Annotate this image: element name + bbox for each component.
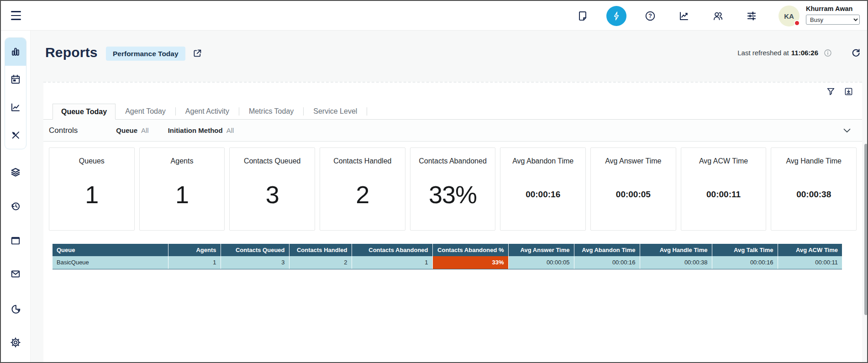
tab-agent-activity[interactable]: Agent Activity <box>176 104 239 119</box>
column-header-contacts-abandoned-pct: Contacts Abandoned % <box>432 244 508 256</box>
avatar-initials: KA <box>784 12 794 20</box>
sidebar-item-layers[interactable] <box>6 163 25 181</box>
history-icon <box>10 200 21 212</box>
sidebar-nav-group <box>5 37 26 149</box>
report-panel: Queue Today Agent Today Agent Activity M… <box>43 82 862 363</box>
design-brush-icon <box>10 129 21 141</box>
kpi-card-value: 00:00:11 <box>706 165 741 230</box>
chevron-down-icon[interactable] <box>842 126 852 136</box>
kpi-card-title: Queues <box>79 157 105 165</box>
sidebar-item-metrics[interactable] <box>5 94 26 121</box>
top-bar: ? KA Khurram Awan Busy <box>1 1 867 31</box>
column-header-contacts-abandoned: Contacts Abandoned <box>352 244 432 256</box>
top-icon-row: ? <box>577 1 758 31</box>
kpi-card-title: Avg ACW Time <box>699 157 748 165</box>
cell-agents: 1 <box>168 256 221 269</box>
kpi-card-queues: Queues 1 <box>49 147 135 231</box>
sidebar-item-settings[interactable] <box>6 333 25 352</box>
kpi-card-title: Contacts Handled <box>333 157 391 165</box>
last-refreshed-label: Last refreshed at <box>737 49 789 57</box>
kpi-card-contacts-abandoned: Contacts Abandoned 33% <box>410 147 496 231</box>
kpi-card-value: 3 <box>266 165 279 230</box>
vertical-scrollbar-thumb[interactable] <box>864 144 868 315</box>
presence-dot <box>794 20 800 26</box>
cell-avg-talk-time: 00:00:16 <box>712 256 778 269</box>
pie-chart-icon <box>10 303 21 315</box>
initiation-method-value: All <box>226 126 234 134</box>
download-icon[interactable] <box>843 86 854 97</box>
app-window: ? KA Khurram Awan Busy <box>0 0 868 363</box>
refresh-icon[interactable] <box>851 47 861 58</box>
hamburger-menu-icon[interactable] <box>11 11 21 20</box>
column-header-agents: Agents <box>168 244 221 256</box>
controls-bar: Controls Queue All Initiation Method All <box>43 120 862 142</box>
tab-metrics-today[interactable]: Metrics Today <box>239 104 303 119</box>
user-name: Khurram Awan <box>806 5 862 12</box>
avatar[interactable]: KA <box>779 5 800 26</box>
panel-toolbar <box>826 86 854 97</box>
help-icon[interactable]: ? <box>644 10 656 22</box>
last-refreshed-row: Last refreshed at 11:06:26 <box>737 47 861 58</box>
kpi-card-value: 1 <box>175 165 189 230</box>
kpi-card-agents: Agents 1 <box>139 147 225 231</box>
cell-avg-handle-time: 00:00:38 <box>640 256 712 269</box>
tab-service-level[interactable]: Service Level <box>304 104 367 119</box>
bar-chart-icon <box>10 46 21 58</box>
sliders-icon[interactable] <box>746 10 758 22</box>
sidebar-item-schedule[interactable] <box>5 66 26 94</box>
mail-icon <box>10 268 21 280</box>
column-header-avg-acw-time: Avg ACW Time <box>778 244 842 256</box>
tab-separator <box>367 107 367 116</box>
last-refreshed-time: 11:06:26 <box>791 49 818 57</box>
sidebar-item-reports[interactable] <box>5 38 26 66</box>
queue-filter[interactable]: Queue All <box>116 126 148 134</box>
sidebar-item-history[interactable] <box>6 197 25 216</box>
svg-text:?: ? <box>648 13 652 19</box>
column-header-contacts-queued: Contacts Queued <box>221 244 289 256</box>
external-link-icon[interactable] <box>192 48 203 59</box>
queue-filter-value: All <box>141 126 149 134</box>
cell-contacts-queued: 3 <box>221 256 289 269</box>
sidebar-item-browser[interactable] <box>6 231 25 250</box>
cell-avg-answer-time: 00:00:05 <box>508 256 574 269</box>
info-icon[interactable] <box>823 48 832 58</box>
table-header-row: Queue Agents Contacts Queued Contacts Ha… <box>53 244 842 256</box>
notes-icon[interactable] <box>577 10 589 22</box>
kpi-card-row: Queues 1 Agents 1 Contacts Queued 3 Cont… <box>49 147 857 231</box>
tab-agent-today[interactable]: Agent Today <box>116 104 175 119</box>
user-block: Khurram Awan Busy <box>806 5 862 25</box>
kpi-card-title: Avg Abandon Time <box>512 157 573 165</box>
column-header-avg-talk-time: Avg Talk Time <box>712 244 778 256</box>
kpi-card-avg-abandon-time: Avg Abandon Time 00:00:16 <box>500 147 586 231</box>
settings-gear-icon <box>10 337 21 348</box>
flash-icon-active[interactable] <box>610 10 622 22</box>
line-chart-icon[interactable] <box>678 10 690 22</box>
column-header-avg-abandon-time: Avg Abandon Time <box>574 244 640 256</box>
sidebar-item-analytics[interactable] <box>6 300 25 318</box>
kpi-card-value: 00:00:16 <box>526 165 560 230</box>
status-select[interactable]: Busy <box>806 15 860 25</box>
cell-avg-abandon-time: 00:00:16 <box>574 256 640 269</box>
column-header-contacts-handled: Contacts Handled <box>289 244 352 256</box>
agents-icon[interactable] <box>712 10 724 22</box>
cell-queue-name: BasicQueue <box>53 256 168 269</box>
column-header-avg-handle-time: Avg Handle Time <box>640 244 712 256</box>
tab-strip: Queue Today Agent Today Agent Activity M… <box>43 104 862 120</box>
kpi-card-value: 2 <box>356 165 369 230</box>
controls-label: Controls <box>49 126 78 135</box>
kpi-card-avg-handle-time: Avg Handle Time 00:00:38 <box>771 147 857 231</box>
initiation-method-filter[interactable]: Initiation Method All <box>168 126 234 134</box>
sidebar-item-design[interactable] <box>5 121 26 149</box>
tab-queue-today[interactable]: Queue Today <box>53 104 116 120</box>
column-header-queue: Queue <box>53 244 168 256</box>
sidebar <box>1 31 31 362</box>
sidebar-item-mail[interactable] <box>6 265 25 283</box>
kpi-card-title: Contacts Queued <box>244 157 301 165</box>
cell-avg-acw-time: 00:00:11 <box>778 256 842 269</box>
kpi-card-title: Avg Answer Time <box>605 157 661 165</box>
kpi-card-value: 00:00:38 <box>796 165 831 230</box>
initiation-method-label: Initiation Method <box>168 126 223 134</box>
browser-icon <box>10 235 21 247</box>
page-title: Reports <box>45 45 98 60</box>
filter-icon[interactable] <box>826 86 836 97</box>
